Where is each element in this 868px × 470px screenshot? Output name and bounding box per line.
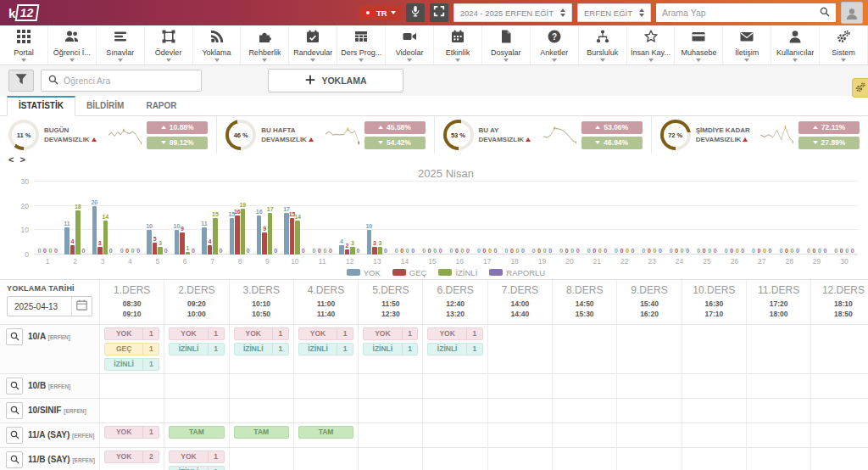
bar-column: 15 bbox=[230, 211, 235, 255]
bar-group: 000017 bbox=[474, 182, 501, 266]
toolbar-item-yoklama[interactable]: Yoklama bbox=[193, 25, 242, 64]
bar-column: 0 bbox=[653, 248, 658, 255]
toolbar-item-label: Rehberlik bbox=[248, 48, 281, 57]
attendance-date-picker[interactable]: 2025-04-13 bbox=[7, 296, 92, 316]
bar-value-label: 0 bbox=[406, 248, 409, 254]
school-select[interactable]: ERFEN EĞİT bbox=[577, 3, 651, 22]
toolbar-item-s-navlar[interactable]: Sınavlar bbox=[97, 25, 145, 64]
lesson-name: 1.DERS bbox=[100, 284, 164, 296]
toolbar-item-i-nsan-kay-[interactable]: İnsan Kay... bbox=[627, 25, 676, 64]
fullscreen-button[interactable] bbox=[430, 3, 448, 22]
global-search-input[interactable] bbox=[662, 8, 815, 18]
rss-icon bbox=[210, 30, 224, 47]
settings-flyout-tab[interactable] bbox=[852, 78, 868, 98]
lesson-cell: YOK1İZİNLİ1 bbox=[164, 325, 229, 373]
bar-value-label: 1 bbox=[186, 245, 190, 251]
lesson-cell bbox=[230, 448, 294, 470]
toolbar-item-dosyalar[interactable]: Dosyalar bbox=[482, 25, 531, 64]
chart-prev-button[interactable]: < bbox=[8, 155, 14, 165]
lesson-cell bbox=[682, 423, 747, 447]
legend-item[interactable]: GEÇ bbox=[392, 268, 427, 277]
class-tag: [ERFEN] bbox=[48, 334, 70, 340]
tab-bi̇ldi̇ri̇m[interactable]: BİLDİRİM bbox=[75, 97, 135, 115]
bar-column: 3 bbox=[158, 240, 163, 255]
bar-value-label: 0 bbox=[604, 248, 607, 254]
list-icon bbox=[114, 30, 127, 47]
bar-column: 0 bbox=[164, 248, 169, 255]
stat-sparkline bbox=[760, 123, 793, 147]
bar-set: 4230 bbox=[336, 182, 363, 255]
bar-column: 3 bbox=[372, 240, 377, 255]
toolbar-item-bursluluk[interactable]: Bursluluk bbox=[579, 25, 627, 64]
toolbar-item-sistem[interactable]: Sistem bbox=[820, 25, 868, 64]
toolbar-item-ders-prog-[interactable]: Ders Prog... bbox=[337, 25, 386, 64]
bar-value-label: 0 bbox=[455, 248, 459, 254]
toolbar-item--renci-i-[interactable]: Öğrenci İ... bbox=[48, 25, 97, 64]
class-detail-button[interactable] bbox=[6, 328, 23, 345]
lesson-end: 16:20 bbox=[617, 309, 681, 319]
question-icon: ? bbox=[548, 30, 561, 47]
tab-rapor[interactable]: RAPOR bbox=[135, 97, 187, 115]
bar-value-label: 0 bbox=[461, 248, 465, 254]
bar-value-label: 0 bbox=[763, 248, 766, 254]
legend-item[interactable]: İZİNLİ bbox=[438, 268, 477, 277]
toolbar-item-randevular[interactable]: Randevular bbox=[289, 25, 337, 64]
bar-set: 0000 bbox=[693, 182, 721, 255]
bar-set: 0000 bbox=[116, 182, 143, 255]
bar-set: 10330 bbox=[364, 182, 391, 255]
student-search bbox=[41, 70, 202, 92]
toolbar-item-rehberlik[interactable]: Rehberlik bbox=[241, 25, 289, 64]
bar-value-label: 0 bbox=[109, 248, 113, 254]
toolbar-item-label: Bursluluk bbox=[587, 48, 618, 57]
bar-value-label: 0 bbox=[43, 248, 47, 254]
chart-next-button[interactable]: > bbox=[19, 155, 25, 165]
class-detail-button[interactable] bbox=[6, 451, 23, 468]
search-icon[interactable] bbox=[820, 5, 830, 20]
calendar-icon[interactable] bbox=[71, 297, 92, 316]
bar-group: 423012 bbox=[336, 182, 363, 266]
bar-column: 0 bbox=[191, 248, 196, 255]
filter-button[interactable] bbox=[8, 70, 34, 92]
legend-item[interactable]: YOK bbox=[347, 268, 381, 277]
bar-column: 0 bbox=[476, 248, 481, 255]
attendance-table-body: 10/A [ERFEN]YOK1GEÇ1İZİNLİ1YOK1İZİNLİ1YO… bbox=[0, 325, 868, 470]
bar bbox=[97, 247, 103, 255]
stat-down-value: 46.94% bbox=[604, 138, 628, 147]
toolbar-item-muhasebe[interactable]: Muhasebe bbox=[675, 25, 723, 64]
lesson-cell bbox=[488, 325, 553, 373]
legend-item[interactable]: RAPORLU bbox=[489, 268, 545, 277]
bar-value-label: 10 bbox=[365, 223, 372, 229]
toolbar-item-videolar[interactable]: Videolar bbox=[386, 25, 434, 64]
toolbar-item-etkinlik[interactable]: Etkinlik bbox=[434, 25, 482, 64]
class-detail-button[interactable] bbox=[6, 378, 23, 394]
lesson-start: 10:10 bbox=[230, 299, 293, 309]
microphone-button[interactable] bbox=[406, 3, 425, 22]
add-attendance-button[interactable]: YOKLAMA bbox=[268, 69, 403, 92]
toolbar-item--devler[interactable]: Ödevler bbox=[145, 25, 193, 64]
toolbar-item-portal[interactable]: Portal bbox=[0, 25, 48, 64]
school-year-select[interactable]: 2024 - 2025 ERFEN EĞİT bbox=[453, 3, 572, 22]
bar-value-label: 3 bbox=[378, 240, 381, 246]
status-count: 1 bbox=[142, 427, 159, 438]
toolbar-item-i-leti-im[interactable]: İletişim bbox=[723, 25, 771, 64]
stat-down-badge: 46.94% bbox=[581, 137, 643, 149]
tab-i̇stati̇sti̇k[interactable]: İSTATİSTİK bbox=[7, 96, 75, 116]
class-detail-button[interactable] bbox=[6, 402, 23, 419]
bar-column: 0 bbox=[724, 248, 729, 255]
bar bbox=[103, 221, 108, 255]
bar-value-label: 0 bbox=[219, 248, 222, 254]
student-search-input[interactable] bbox=[64, 76, 194, 86]
user-avatar[interactable] bbox=[841, 2, 863, 24]
lesson-name: 11.DERS bbox=[747, 284, 810, 296]
toolbar-item-kullan-c-lar[interactable]: Kullanıcılar bbox=[771, 25, 820, 64]
bar-value-label: 3 bbox=[351, 240, 354, 246]
lesson-name: 5.DERS bbox=[359, 284, 422, 296]
toolbar-item-anketler[interactable]: ?Anketler bbox=[531, 25, 579, 64]
status-label: YOK bbox=[428, 328, 465, 339]
chart-xtick: 29 bbox=[803, 255, 830, 266]
class-detail-button[interactable] bbox=[6, 427, 23, 444]
bar-value-label: 0 bbox=[54, 248, 58, 254]
status-count: 1 bbox=[272, 344, 288, 355]
lesson-header: 8.DERS14:5015:30 bbox=[553, 280, 617, 324]
language-dropdown[interactable]: TR bbox=[359, 5, 401, 20]
